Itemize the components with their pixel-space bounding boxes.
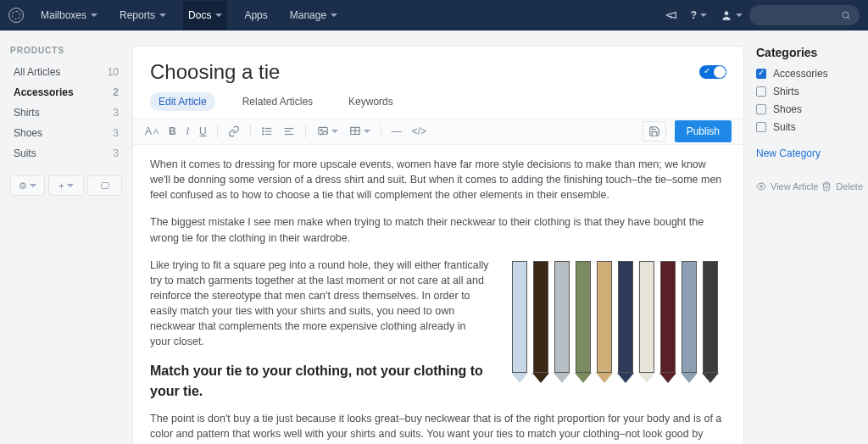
image-icon <box>316 125 330 137</box>
nav-apps-label: Apps <box>244 9 267 21</box>
delete-label: Delete <box>836 181 863 191</box>
plus-icon: + <box>58 180 64 191</box>
view-article-label: View Article <box>771 181 819 191</box>
sidebar-item-accessories[interactable]: Accessories 2 <box>10 82 122 103</box>
nav-mailboxes[interactable]: Mailboxes <box>36 1 103 30</box>
tie-illustration <box>573 261 593 388</box>
save-icon <box>648 125 660 137</box>
category-label: Shoes <box>773 103 802 115</box>
category-label: Suits <box>773 121 796 133</box>
sidebar-item-label: Shoes <box>14 127 42 139</box>
bold-button[interactable]: B <box>169 125 176 137</box>
paragraph: The point is don't buy a tie just becaus… <box>150 411 726 444</box>
nav-manage[interactable]: Manage <box>285 1 342 30</box>
table-button[interactable] <box>348 125 370 137</box>
publish-toggle[interactable]: ✓ <box>699 65 726 79</box>
view-article-button[interactable]: View Article <box>756 181 819 191</box>
category-label: Shirts <box>773 86 799 97</box>
svg-point-5 <box>262 128 263 129</box>
category-shirts[interactable]: Shirts <box>756 86 863 97</box>
categories-heading: Categories <box>756 46 863 59</box>
checkbox-icon <box>756 69 766 79</box>
chevron-down-icon <box>91 14 97 17</box>
tie-illustration <box>637 261 657 388</box>
link-icon <box>228 125 240 137</box>
paragraph: The biggest mistake I see men make when … <box>150 214 726 245</box>
tie-illustration <box>615 261 636 388</box>
sidebar-item-count: 3 <box>113 107 119 119</box>
page-title: Choosing a tie <box>150 60 280 84</box>
delete-button[interactable]: Delete <box>821 181 863 191</box>
hr-button[interactable]: — <box>392 125 402 137</box>
sidebar-item-label: Accessories <box>14 86 74 98</box>
tie-illustration <box>531 261 551 388</box>
sidebar-item-count: 3 <box>113 127 119 139</box>
tie-illustration <box>552 261 572 388</box>
unordered-list-button[interactable] <box>261 125 273 137</box>
sidebar-item-label: Shirts <box>14 107 40 119</box>
publish-button[interactable]: Publish <box>675 120 732 142</box>
editor-tabs: Edit Article Related Articles Keywords <box>133 92 743 118</box>
code-button[interactable]: </> <box>412 125 426 137</box>
image-button[interactable] <box>316 125 338 137</box>
underline-button[interactable]: U <box>199 125 207 137</box>
chevron-down-icon <box>331 130 338 133</box>
ordered-list-button[interactable] <box>283 125 295 137</box>
left-sidebar: PRODUCTS All Articles 10 Accessories 2 S… <box>0 31 132 444</box>
save-button[interactable] <box>643 121 666 142</box>
settings-button[interactable]: ⚙ <box>10 175 45 196</box>
sidebar-item-shoes[interactable]: Shoes 3 <box>10 123 122 143</box>
search-input[interactable] <box>749 5 860 25</box>
font-size-button[interactable]: AA <box>145 125 159 137</box>
category-suits[interactable]: Suits <box>756 121 863 133</box>
megaphone-icon[interactable] <box>665 9 677 21</box>
article-body[interactable]: When it comes to dressing for more upsca… <box>133 145 743 444</box>
help-icon[interactable]: ? <box>691 9 707 21</box>
tab-edit-article[interactable]: Edit Article <box>150 92 215 111</box>
nav-reports[interactable]: Reports <box>114 1 171 30</box>
chevron-down-icon <box>364 130 370 133</box>
nav-manage-label: Manage <box>290 9 326 21</box>
tab-related-articles[interactable]: Related Articles <box>234 92 321 111</box>
nav-apps[interactable]: Apps <box>239 1 272 30</box>
tie-illustration <box>700 261 721 388</box>
sidebar-item-shirts[interactable]: Shirts 3 <box>10 103 122 123</box>
top-nav: Mailboxes Reports Docs Apps Manage ? <box>0 0 868 31</box>
sidebar-item-suits[interactable]: Suits 3 <box>10 143 122 164</box>
bullet-list-icon <box>261 125 273 137</box>
sidebar-item-all-articles[interactable]: All Articles 10 <box>10 62 122 82</box>
sidebar-item-label: All Articles <box>14 66 60 78</box>
preview-button[interactable]: 🖵 <box>87 175 122 196</box>
tie-image <box>503 258 726 395</box>
chevron-down-icon <box>159 14 166 17</box>
logo[interactable] <box>8 8 24 23</box>
chevron-down-icon <box>30 184 36 187</box>
chevron-down-icon <box>67 184 74 187</box>
chevron-down-icon <box>215 14 222 17</box>
search-icon <box>841 10 851 20</box>
align-icon <box>283 125 295 137</box>
tab-keywords[interactable]: Keywords <box>340 92 402 111</box>
svg-point-0 <box>725 11 729 15</box>
category-shoes[interactable]: Shoes <box>756 103 863 115</box>
nav-docs[interactable]: Docs <box>183 1 227 30</box>
tie-illustration <box>658 261 678 388</box>
add-button[interactable]: + <box>48 175 83 196</box>
monitor-icon: 🖵 <box>100 180 109 191</box>
gear-icon: ⚙ <box>19 180 27 191</box>
paragraph: When it comes to dressing for more upsca… <box>150 157 726 203</box>
toggle-knob <box>714 66 726 78</box>
sidebar-item-count: 10 <box>108 66 119 78</box>
category-accessories[interactable]: Accessories <box>756 68 863 80</box>
user-menu[interactable] <box>721 9 743 21</box>
tie-illustration <box>509 261 530 388</box>
right-sidebar: Categories Accessories Shirts Shoes Suit… <box>744 31 868 444</box>
italic-button[interactable]: I <box>186 125 189 137</box>
eye-icon <box>756 181 766 191</box>
nav-mailboxes-label: Mailboxes <box>41 9 86 21</box>
link-button[interactable] <box>228 125 240 137</box>
svg-point-12 <box>320 130 322 131</box>
new-category-link[interactable]: New Category <box>756 147 821 159</box>
sidebar-item-label: Suits <box>14 147 36 159</box>
checkbox-icon <box>756 86 766 97</box>
